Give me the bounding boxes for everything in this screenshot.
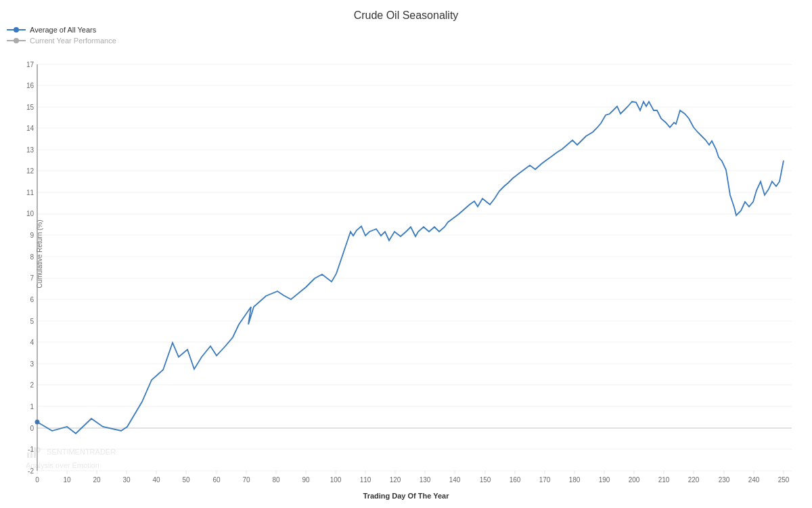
y-axis-ticks: 17 16 15 14 13 12 11 10 9 8 7 6 5 4 3 2 … [26,61,35,475]
svg-text:180: 180 [569,476,581,484]
svg-text:160: 160 [510,476,521,484]
chart-container: Crude Oil Seasonality Average of All Yea… [0,0,812,508]
svg-text:0: 0 [35,476,39,484]
svg-text:250: 250 [778,476,790,484]
x-axis-ticks: 0 10 20 30 40 50 60 70 80 90 100 110 120… [35,476,790,484]
svg-text:110: 110 [360,476,371,484]
svg-text:190: 190 [599,476,610,484]
svg-text:220: 220 [688,476,700,484]
svg-text:12: 12 [26,167,35,175]
svg-text:60: 60 [212,476,221,484]
svg-text:9: 9 [30,232,34,239]
svg-text:100: 100 [330,476,342,484]
svg-text:20: 20 [93,476,101,484]
svg-rect-4 [37,64,792,471]
svg-text:3: 3 [30,360,34,368]
svg-text:130: 130 [420,476,431,484]
svg-text:11: 11 [26,189,35,196]
svg-text:80: 80 [272,476,280,484]
average-line [37,102,784,433]
svg-text:-1: -1 [28,446,34,453]
svg-text:30: 30 [122,476,131,484]
svg-text:7: 7 [30,274,34,282]
svg-text:2: 2 [30,381,34,389]
grid-lines [37,64,792,471]
svg-text:5: 5 [30,318,34,325]
svg-text:170: 170 [539,476,551,484]
svg-text:15: 15 [26,104,35,111]
svg-text:4: 4 [30,339,34,346]
svg-text:200: 200 [629,476,640,484]
svg-text:0: 0 [30,425,34,432]
svg-text:70: 70 [242,476,250,484]
svg-text:17: 17 [26,61,35,68]
svg-text:10: 10 [26,210,35,217]
svg-text:6: 6 [30,296,34,303]
svg-text:140: 140 [449,476,461,484]
svg-text:50: 50 [182,476,190,484]
svg-text:120: 120 [390,476,401,484]
svg-text:90: 90 [302,476,310,484]
svg-text:10: 10 [63,476,71,484]
svg-text:8: 8 [30,253,34,261]
svg-text:13: 13 [26,146,35,154]
svg-text:-2: -2 [28,467,34,475]
svg-text:40: 40 [152,476,160,484]
svg-text:230: 230 [719,476,730,484]
svg-text:16: 16 [26,82,35,89]
svg-text:240: 240 [748,476,760,484]
svg-text:1: 1 [30,403,34,410]
main-chart: 17 16 15 14 13 12 11 10 9 8 7 6 5 4 3 2 … [0,0,812,508]
svg-text:150: 150 [480,476,491,484]
svg-text:210: 210 [658,476,670,484]
x-tick-marks [37,471,784,474]
svg-text:14: 14 [26,125,35,132]
